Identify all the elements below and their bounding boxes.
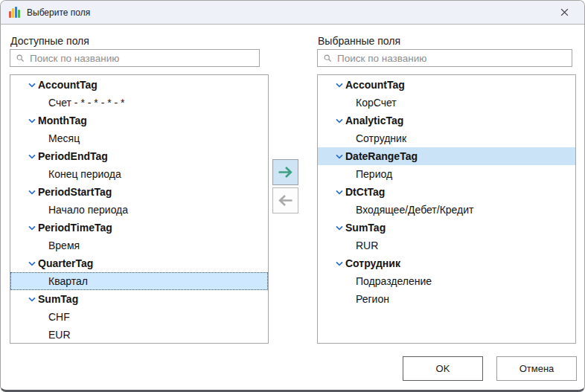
tree-item-label: Счет - * - * - * - * [48, 97, 125, 109]
tree-item-label: Регион [356, 293, 389, 305]
chevron-down-icon [336, 261, 343, 266]
tree-item-label: SumTag [38, 293, 78, 305]
tree-item-label: Квартал [48, 275, 88, 287]
tree-item-label: Месяц [48, 132, 80, 144]
available-search-box[interactable] [10, 49, 260, 67]
tree-item-label: Время [48, 240, 80, 251]
tree-group-row[interactable]: MonthTag [10, 112, 268, 129]
tree-item-label: КорСчет [356, 97, 397, 109]
tree-child-row[interactable]: Сотрудник [318, 129, 575, 147]
selected-search-box[interactable] [317, 49, 572, 67]
arrow-right-icon [278, 165, 293, 179]
select-fields-dialog: Выберите поля Доступные поля Выбранные п… [0, 0, 585, 392]
tree-item-label: Сотрудник [356, 132, 406, 144]
tree-child-row[interactable]: Период [318, 165, 575, 183]
tree-item-label: CHF [48, 311, 70, 323]
cancel-button[interactable]: Отмена [496, 356, 577, 381]
tree-child-row[interactable]: Месяц [10, 129, 268, 147]
chevron-down-icon [28, 83, 36, 88]
tree-child-row[interactable]: Конец периода [10, 165, 268, 183]
selected-fields-label: Выбранные поля [318, 35, 400, 47]
available-search-input[interactable] [28, 51, 255, 65]
tree-item-label: DtCtTag [345, 186, 385, 198]
tree-item-label: Входящее/Дебет/Кредит [356, 204, 474, 216]
tree-group-row[interactable]: DtCtTag [318, 183, 575, 201]
available-fields-list[interactable]: AccountTagСчет - * - * - * - *MonthTagМе… [10, 74, 269, 344]
selected-search-input[interactable] [336, 51, 567, 65]
selected-fields-list[interactable]: AccountTagКорСчетAnalyticTagСотрудникDat… [317, 74, 576, 344]
window-title: Выберите поля [27, 7, 90, 18]
chevron-down-icon [28, 118, 36, 123]
tree-item-label: DateRangeTag [345, 150, 418, 162]
tree-item-label: MonthTag [38, 115, 87, 126]
chevron-down-icon [336, 190, 343, 195]
tree-child-row[interactable]: Время [10, 237, 268, 254]
tree-item-label: EUR [48, 329, 71, 341]
tree-child-row[interactable]: CHF [10, 308, 268, 326]
tree-group-row[interactable]: SumTag [10, 290, 268, 308]
tree-item-label: QuarterTag [38, 257, 93, 269]
tree-child-row[interactable]: RUR [318, 237, 575, 254]
chevron-down-icon [336, 83, 343, 88]
tree-child-row[interactable]: Регион [318, 290, 575, 308]
move-right-button[interactable] [272, 159, 298, 185]
tree-item-label: Начало периода [48, 204, 128, 216]
tree-group-row[interactable]: AnalyticTag [318, 112, 575, 129]
chevron-down-icon [28, 297, 36, 302]
tree-item-label: PeriodEndTag [38, 150, 108, 162]
tree-child-row[interactable]: Начало периода [10, 201, 268, 219]
tree-item-label: AnalyticTag [345, 115, 403, 126]
chevron-down-icon [28, 261, 36, 266]
tree-child-row[interactable]: Счет - * - * - * - * [10, 94, 268, 112]
chevron-down-icon [28, 225, 36, 231]
tree-item-label: Сотрудник [345, 257, 400, 269]
close-button[interactable] [549, 1, 580, 23]
titlebar: Выберите поля [1, 1, 584, 25]
tree-child-row[interactable]: Квартал [10, 272, 268, 290]
tree-group-row[interactable]: Сотрудник [318, 254, 575, 272]
ok-button[interactable]: OK [403, 356, 483, 381]
search-icon [16, 54, 25, 62]
tree-child-row[interactable]: Подразделение [318, 272, 575, 290]
tree-item-label: PeriodTimeTag [38, 222, 112, 234]
tree-group-row[interactable]: AccountTag [318, 76, 575, 94]
move-left-button[interactable] [272, 187, 298, 213]
tree-item-label: AccountTag [345, 79, 405, 91]
tree-item-label: SumTag [345, 222, 386, 234]
close-icon [560, 8, 569, 16]
tree-child-row[interactable]: EUR [10, 326, 268, 344]
chevron-down-icon [336, 225, 343, 231]
tree-group-row[interactable]: QuarterTag [10, 254, 268, 272]
tree-item-label: Период [356, 168, 392, 180]
tree-child-row[interactable]: Входящее/Дебет/Кредит [318, 201, 575, 219]
available-fields-label: Доступные поля [10, 35, 89, 47]
chevron-down-icon [336, 118, 343, 123]
tree-group-row[interactable]: PeriodTimeTag [10, 219, 268, 237]
tree-item-label: PeriodStartTag [38, 186, 112, 198]
tree-item-label: AccountTag [38, 79, 98, 91]
tree-item-label: RUR [356, 240, 378, 251]
tree-group-row[interactable]: PeriodEndTag [10, 147, 268, 165]
tree-item-label: Подразделение [356, 275, 432, 287]
tree-group-row[interactable]: DateRangeTag [318, 147, 575, 165]
tree-child-row[interactable]: КорСчет [318, 94, 575, 112]
tree-group-row[interactable]: SumTag [318, 219, 575, 237]
tree-group-row[interactable]: PeriodStartTag [10, 183, 268, 201]
search-icon [324, 54, 332, 62]
chart-icon [9, 7, 20, 18]
tree-group-row[interactable]: AccountTag [10, 76, 268, 94]
chevron-down-icon [28, 190, 36, 195]
tree-item-label: Конец периода [48, 168, 121, 180]
chevron-down-icon [336, 154, 343, 159]
chevron-down-icon [28, 154, 36, 159]
arrow-left-icon [278, 193, 293, 208]
